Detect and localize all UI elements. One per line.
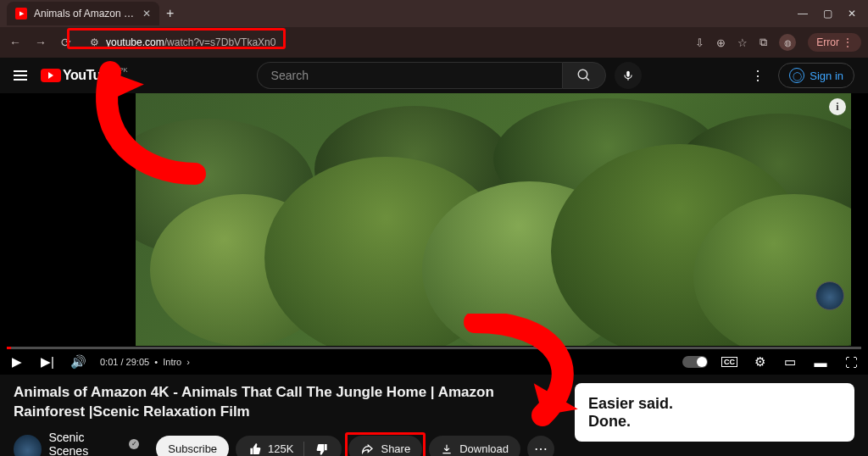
more-actions-button[interactable]: ⋯ (527, 436, 554, 456)
browser-error-button[interactable]: Error ⋮ (808, 33, 861, 52)
close-tab-icon[interactable]: ✕ (142, 8, 151, 19)
thumbs-down-icon (314, 442, 328, 456)
url-host: youtube.com (106, 36, 164, 48)
tab-title: Animals of Amazon 4K - Anima… (34, 8, 136, 19)
dislike-button[interactable] (304, 436, 338, 456)
address-bar[interactable]: ⚙ youtube.com/watch?v=s7DbVTkaXn0 (83, 31, 282, 53)
like-button[interactable]: 125K (239, 436, 303, 456)
channel-watermark[interactable] (815, 281, 844, 310)
video-meta-row: Scenic Scenes ✓ 809K subscribers Subscri… (14, 431, 554, 456)
profile-avatar[interactable]: ◍ (779, 34, 796, 51)
theater-icon[interactable]: ▬ (812, 355, 829, 370)
url-path: /watch?v=s7DbVTkaXn0 (164, 36, 276, 48)
video-title: Animals of Amazon 4K - Animals That Call… (14, 383, 554, 422)
signin-button[interactable]: ◯ Sign in (778, 63, 854, 88)
voice-search-button[interactable] (615, 62, 642, 89)
hamburger-menu-icon[interactable] (14, 70, 27, 81)
channel-name[interactable]: Scenic Scenes ✓ (48, 431, 139, 456)
video-thumbnail-forest (136, 93, 851, 346)
video-player[interactable]: i ▶ ▶| 🔊 0:01 / 29:05 • Intro › CC ⚙ ▭ ▬… (0, 93, 868, 375)
share-label: Share (381, 442, 410, 455)
microphone-icon (622, 70, 634, 81)
like-count: 125K (268, 442, 293, 455)
next-icon[interactable]: ▶| (39, 354, 56, 370)
maximize-icon[interactable]: ▢ (823, 8, 832, 19)
fullscreen-icon[interactable]: ⛶ (843, 355, 860, 370)
youtube-logo[interactable]: YouTube PK (41, 68, 116, 83)
promo-line1: Easier said. (588, 395, 841, 413)
reload-icon[interactable]: ⟳ (58, 36, 75, 49)
new-tab-button[interactable]: + (166, 6, 174, 21)
channel-avatar[interactable] (14, 435, 42, 456)
svg-line-1 (586, 77, 589, 81)
person-icon: ◯ (789, 68, 804, 83)
search-input[interactable] (257, 62, 562, 89)
miniplayer-icon[interactable]: ▭ (782, 354, 798, 370)
ellipsis-icon: ⋯ (534, 441, 548, 456)
subscribe-button[interactable]: Subscribe (156, 436, 229, 456)
browser-titlebar: Animals of Amazon 4K - Anima… ✕ + — ▢ ✕ (0, 0, 868, 27)
promo-line2: Done. (588, 413, 841, 431)
video-actions: 125K Share Download ⋯ (236, 436, 554, 456)
extensions-icon[interactable]: ⧉ (760, 36, 767, 49)
youtube-header: YouTube PK ⋮ ◯ Sign in (0, 58, 868, 93)
download-button[interactable]: Download (429, 436, 520, 456)
youtube-play-icon (41, 69, 61, 82)
youtube-wordmark: YouTube (63, 68, 116, 83)
forward-icon[interactable]: → (32, 36, 49, 49)
like-dislike-pill: 125K (236, 436, 342, 456)
primary-column: Animals of Amazon 4K - Animals That Call… (14, 383, 554, 456)
share-icon (360, 442, 374, 456)
below-player: Animals of Amazon 4K - Animals That Call… (0, 375, 868, 456)
settings-menu-icon[interactable]: ⋮ (751, 68, 765, 84)
thumbs-up-icon (249, 442, 263, 456)
browser-toolbar: ← → ⟳ ⚙ youtube.com/watch?v=s7DbVTkaXn0 … (0, 27, 868, 58)
video-frame[interactable]: i (136, 93, 851, 346)
captions-icon[interactable]: CC (721, 357, 737, 367)
settings-gear-icon[interactable]: ⚙ (751, 354, 768, 370)
time-display: 0:01 / 29:05 • Intro › (100, 357, 190, 367)
signin-label: Sign in (810, 70, 843, 82)
search-icon (576, 68, 592, 83)
zoom-icon[interactable]: ⊕ (716, 36, 726, 49)
bookmark-icon[interactable]: ☆ (737, 36, 748, 49)
close-window-icon[interactable]: ✕ (848, 8, 856, 19)
autoplay-toggle[interactable] (682, 356, 708, 368)
browser-tab[interactable]: Animals of Amazon 4K - Anima… ✕ (7, 2, 159, 25)
play-icon[interactable]: ▶ (8, 354, 25, 370)
volume-icon[interactable]: 🔊 (70, 354, 86, 370)
search-form (257, 62, 642, 89)
search-button[interactable] (562, 62, 606, 89)
minimize-icon[interactable]: — (798, 8, 808, 19)
download-label: Download (459, 442, 509, 455)
secondary-column: Easier said. Done. (575, 383, 854, 456)
verified-badge-icon: ✓ (129, 439, 139, 449)
player-controls: ▶ ▶| 🔊 0:01 / 29:05 • Intro › CC ⚙ ▭ ▬ ⛶ (0, 349, 868, 375)
back-icon[interactable]: ← (7, 36, 24, 49)
install-app-icon[interactable]: ⇩ (695, 36, 704, 49)
info-card-icon[interactable]: i (829, 98, 846, 115)
window-controls: — ▢ ✕ (798, 8, 868, 19)
country-code: PK (119, 66, 128, 74)
download-icon (441, 443, 453, 455)
svg-point-0 (578, 70, 587, 79)
svg-rect-2 (626, 71, 630, 77)
youtube-favicon (15, 8, 27, 19)
sidebar-promo-card[interactable]: Easier said. Done. (575, 383, 854, 442)
site-settings-icon[interactable]: ⚙ (90, 36, 99, 48)
share-button[interactable]: Share (348, 436, 422, 456)
